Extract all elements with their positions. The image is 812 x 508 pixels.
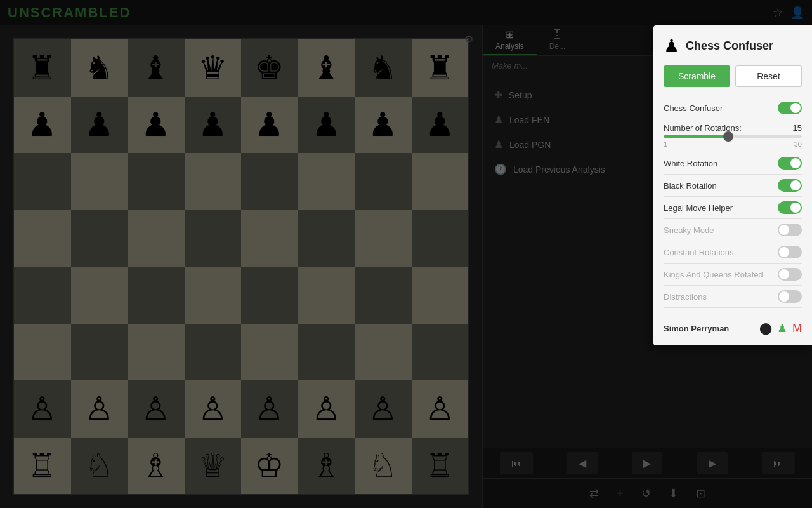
slider-label-row: Number of Rotations: 15	[664, 123, 802, 133]
slider-ends: 1 30	[664, 140, 802, 148]
toggle-row-distractions: Distractions	[664, 286, 802, 308]
toggle-chess-confuser[interactable]	[778, 102, 802, 114]
toggle-black-rotation[interactable]	[778, 179, 802, 192]
gmail-icon[interactable]: M	[792, 322, 802, 335]
toggle-row-kings-queens-rotated: Kings And Queens Rotated	[664, 264, 802, 286]
toggle-knob-kings-queens-rotated	[779, 269, 789, 279]
toggle-knob-constant-rotations	[779, 247, 789, 257]
toggle-label-distractions: Distractions	[664, 292, 707, 302]
footer-icons: ⬤ ♟ M	[759, 321, 802, 335]
slider-value: 15	[793, 123, 802, 133]
toggle-label-kings-queens-rotated: Kings And Queens Rotated	[664, 270, 763, 279]
toggle-distractions[interactable]	[778, 290, 802, 303]
toggle-legal-move-helper[interactable]	[778, 201, 802, 214]
toggle-row-constant-rotations: Constant Rotations	[664, 241, 802, 264]
popup-action-buttons: Scramble Reset	[664, 65, 802, 87]
toggle-white-rotation[interactable]	[778, 157, 802, 170]
chess-confuser-popup: ♟ Chess Confuser Scramble Reset Chess Co…	[653, 25, 812, 345]
toggle-label-sneaky-mode: Sneaky Mode	[664, 225, 714, 235]
slider-knob[interactable]	[723, 131, 733, 142]
toggle-row-sneaky-mode: Sneaky Mode	[664, 219, 802, 241]
footer-username: Simon Perryman	[664, 324, 729, 333]
toggle-kings-queens-rotated[interactable]	[778, 268, 802, 281]
scramble-button[interactable]: Scramble	[664, 65, 730, 87]
toggle-label-constant-rotations: Constant Rotations	[664, 248, 734, 257]
slider-rotations-row: Number of Rotations: 15 1 30	[664, 119, 802, 152]
toggle-label-white-rotation: White Rotation	[664, 159, 717, 168]
slider-track[interactable]	[664, 135, 802, 138]
toggle-label-black-rotation: Black Rotation	[664, 181, 717, 190]
chess-piece-icon[interactable]: ♟	[777, 321, 787, 335]
toggle-row-legal-move-helper: Legal Move Helper	[664, 197, 802, 219]
popup-footer: Simon Perryman ⬤ ♟ M	[664, 316, 802, 335]
toggle-knob-sneaky-mode	[779, 225, 789, 235]
toggle-row-white-rotation: White Rotation	[664, 152, 802, 175]
slider-min: 1	[664, 140, 667, 148]
reset-button[interactable]: Reset	[735, 65, 802, 87]
popup-overlay: ♟ Chess Confuser Scramble Reset Chess Co…	[0, 0, 812, 508]
toggle-knob-white-rotation	[790, 158, 801, 168]
toggle-row-chess-confuser: Chess Confuser	[664, 97, 802, 119]
toggle-constant-rotations[interactable]	[778, 246, 802, 258]
popup-logo-icon: ♟	[664, 36, 679, 57]
toggle-label-chess-confuser: Chess Confuser	[664, 104, 723, 113]
toggle-knob-distractions	[779, 291, 789, 302]
slider-max: 30	[794, 140, 802, 148]
toggle-knob-chess-confuser	[790, 103, 801, 113]
toggle-knob-legal-move-helper	[790, 203, 801, 213]
toggle-label-legal-move-helper: Legal Move Helper	[664, 203, 733, 213]
slider-fill	[664, 135, 728, 138]
popup-header: ♟ Chess Confuser	[664, 36, 802, 57]
toggle-row-black-rotation: Black Rotation	[664, 175, 802, 197]
popup-title: Chess Confuser	[686, 39, 773, 53]
toggle-sneaky-mode[interactable]	[778, 224, 802, 236]
toggle-knob-black-rotation	[790, 180, 801, 190]
github-icon[interactable]: ⬤	[759, 321, 772, 335]
